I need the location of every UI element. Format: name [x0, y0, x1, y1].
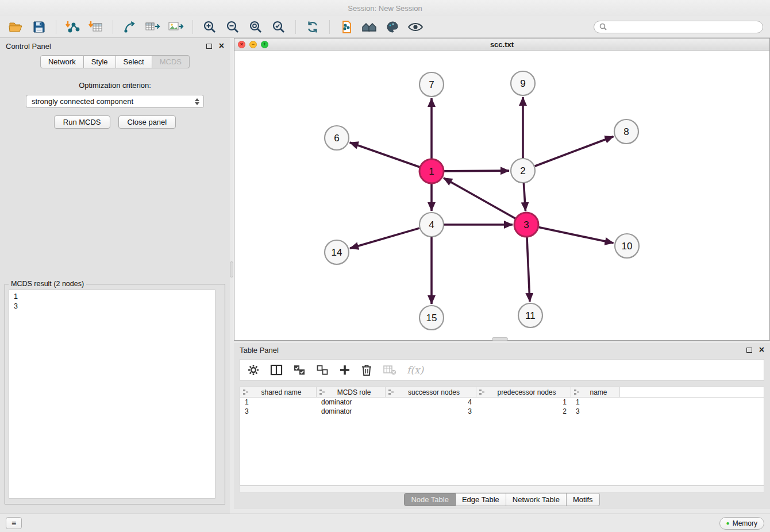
tab-motifs[interactable]: Motifs: [567, 493, 600, 506]
deselect-all-button[interactable]: [316, 364, 329, 376]
result-line: 1: [14, 292, 210, 302]
refresh-button[interactable]: [302, 18, 323, 36]
table-cell: 4: [386, 398, 476, 406]
zoom-selected-button[interactable]: [268, 18, 289, 36]
edge-4-14[interactable]: [350, 228, 419, 248]
zoom-out-icon: [226, 20, 240, 34]
table-row[interactable]: 1dominator411: [240, 398, 764, 407]
edge-3-1[interactable]: [444, 178, 515, 218]
column-header-successor-nodes[interactable]: successor nodes: [386, 387, 476, 397]
optimization-dropdown[interactable]: strongly connected component: [26, 95, 204, 108]
node-8[interactable]: 8: [614, 119, 638, 144]
save-session-button[interactable]: [29, 18, 49, 36]
export-image-button[interactable]: [165, 18, 186, 36]
zoom-out-button[interactable]: [222, 18, 243, 36]
column-header-name[interactable]: name: [571, 387, 620, 397]
table-cell: 1: [571, 398, 620, 406]
zoom-in-button[interactable]: [199, 18, 220, 36]
search-input[interactable]: [610, 23, 757, 31]
tab-select[interactable]: Select: [116, 55, 152, 68]
close-panel-button[interactable]: Close panel: [118, 115, 176, 129]
close-table-panel-icon[interactable]: ×: [759, 345, 764, 354]
node-1[interactable]: 1: [419, 159, 444, 183]
status-bar: ≡ ● Memory: [0, 514, 770, 532]
memory-button[interactable]: ● Memory: [719, 517, 764, 530]
node-10[interactable]: 10: [615, 234, 639, 258]
run-mcds-button[interactable]: Run MCDS: [54, 115, 110, 129]
panel-resize-gripper[interactable]: [230, 261, 233, 277]
node-label: 4: [429, 219, 434, 230]
export-network-button[interactable]: [120, 18, 140, 36]
select-all-button[interactable]: [293, 364, 306, 376]
function-builder-button[interactable]: f(x): [407, 364, 424, 376]
export-network-icon: [122, 20, 137, 34]
tab-edge-table[interactable]: Edge Table: [456, 493, 506, 506]
node-2[interactable]: 2: [511, 159, 535, 183]
tab-mcds[interactable]: MCDS: [152, 55, 190, 68]
table-settings-button[interactable]: [247, 364, 260, 376]
memory-status-icon: ●: [726, 521, 730, 526]
table-cell: 2: [476, 407, 571, 415]
table-cell: 3: [571, 407, 620, 415]
toolbar-separator: [295, 20, 296, 34]
node-3[interactable]: 3: [514, 213, 538, 237]
tab-style[interactable]: Style: [84, 55, 116, 68]
float-table-panel-icon[interactable]: [746, 348, 752, 353]
tab-node-table[interactable]: Node Table: [404, 493, 456, 506]
window-minimize-icon[interactable]: −: [249, 41, 257, 48]
tab-network-table[interactable]: Network Table: [506, 493, 567, 506]
column-header-shared-name[interactable]: shared name: [240, 387, 317, 397]
window-close-icon[interactable]: ×: [238, 41, 245, 48]
zoom-in-icon: [203, 20, 217, 34]
tab-network[interactable]: Network: [40, 55, 84, 68]
close-panel-icon[interactable]: ×: [219, 41, 224, 51]
edge-1-2[interactable]: [444, 171, 509, 171]
node-14[interactable]: 14: [325, 240, 349, 264]
import-table-icon: [88, 20, 103, 34]
node-9[interactable]: 9: [511, 71, 535, 95]
task-history-button[interactable]: ≡: [6, 517, 22, 529]
delete-table-button[interactable]: [383, 364, 396, 376]
style-palette-icon: [386, 20, 399, 34]
table-row[interactable]: 3dominator323: [240, 407, 764, 416]
show-columns-button[interactable]: [270, 364, 283, 376]
node-6[interactable]: 6: [325, 126, 349, 150]
result-line: 3: [14, 302, 210, 311]
node-label: 7: [429, 79, 434, 90]
float-panel-icon[interactable]: [206, 44, 212, 49]
unchecked-boxes-icon: [316, 364, 329, 376]
clone-network-icon: [340, 20, 353, 34]
mcds-result-title: MCDS result (2 nodes): [9, 280, 86, 288]
node-15[interactable]: 15: [419, 306, 444, 330]
node-7[interactable]: 7: [419, 72, 444, 97]
open-file-button[interactable]: [6, 18, 26, 36]
menu-icon: ≡: [11, 519, 16, 528]
node-label: 1: [429, 166, 434, 177]
window-resize-gripper[interactable]: [492, 337, 508, 341]
clone-network-button[interactable]: [336, 18, 357, 36]
node-11[interactable]: 11: [518, 303, 542, 327]
zoom-selected-icon: [272, 20, 286, 34]
node-label: 3: [523, 219, 529, 230]
delete-column-button[interactable]: [361, 364, 372, 376]
column-header-predecessor-nodes[interactable]: predecessor nodes: [476, 387, 571, 397]
zoom-fit-button[interactable]: [245, 18, 266, 36]
column-header-mcds-role[interactable]: MCDS role: [317, 387, 386, 397]
apply-style-button[interactable]: [382, 18, 403, 36]
add-column-button[interactable]: [339, 364, 351, 376]
search-box[interactable]: [594, 21, 763, 33]
node-4[interactable]: 4: [419, 213, 444, 237]
import-network-button[interactable]: [63, 18, 83, 36]
edge-3-10[interactable]: [539, 228, 614, 243]
edge-2-3[interactable]: [523, 183, 525, 211]
edge-1-6[interactable]: [350, 142, 420, 167]
home-button[interactable]: [359, 18, 380, 36]
edge-3-11[interactable]: [527, 237, 530, 302]
table-horizontal-scrollbar[interactable]: [240, 485, 764, 493]
edge-2-8[interactable]: [535, 136, 614, 166]
import-table-button[interactable]: [86, 18, 106, 36]
export-table-button[interactable]: [143, 18, 163, 36]
show-hide-button[interactable]: [405, 18, 426, 36]
network-canvas[interactable]: 7968124314101511: [234, 51, 768, 340]
window-zoom-icon[interactable]: +: [261, 41, 268, 48]
